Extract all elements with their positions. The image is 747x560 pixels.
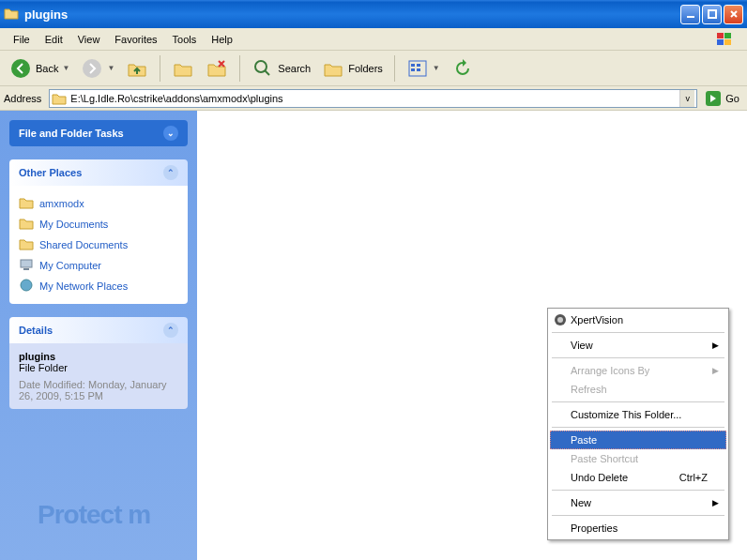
address-input[interactable]: E:\Lg.Idle.Ro\cstrike\addons\amxmodx\plu…	[49, 89, 697, 108]
file-area[interactable]: XpertVision View▶ Arrange Icons By▶ Refr…	[197, 111, 747, 560]
toolbar: Back ▼ ▼ Search Folders ▼	[0, 51, 747, 86]
separator	[552, 427, 724, 428]
panel-other-header[interactable]: Other Places ⌃	[9, 159, 188, 186]
ctx-customize[interactable]: Customize This Folder...	[550, 405, 726, 424]
menu-favorites[interactable]: Favorites	[107, 31, 164, 48]
content-area: File and Folder Tasks ⌄ Other Places ⌃ a…	[0, 111, 747, 560]
details-modified: Date Modified: Monday, January 26, 2009,…	[19, 379, 178, 401]
computer-icon	[19, 258, 34, 273]
separator	[160, 55, 160, 82]
separator	[552, 490, 724, 491]
menu-view[interactable]: View	[70, 31, 108, 48]
submenu-arrow-icon: ▶	[712, 498, 719, 507]
folder-icon	[19, 196, 34, 211]
ctx-view[interactable]: View▶	[550, 336, 726, 355]
context-menu: XpertVision View▶ Arrange Icons By▶ Refr…	[547, 308, 729, 540]
svg-rect-11	[411, 68, 415, 71]
chevron-up-icon: ⌃	[163, 323, 178, 338]
folder-delete-button[interactable]	[202, 55, 232, 82]
sidebar: File and Folder Tasks ⌄ Other Places ⌃ a…	[0, 111, 197, 560]
folders-button[interactable]: Folders	[318, 55, 387, 82]
ctx-arrange[interactable]: Arrange Icons By▶	[550, 361, 726, 380]
maximize-button[interactable]	[702, 5, 722, 24]
panel-other-places: Other Places ⌃ amxmodx My Documents Shar…	[9, 159, 188, 304]
svg-point-6	[11, 59, 30, 78]
go-button[interactable]: Go	[701, 88, 743, 109]
folder-icon	[4, 7, 19, 22]
svg-rect-4	[717, 39, 724, 45]
windows-logo-icon	[708, 28, 741, 51]
ctx-paste-shortcut[interactable]: Paste Shortcut	[550, 449, 726, 468]
svg-rect-2	[717, 33, 724, 38]
chevron-down-icon: ▼	[107, 64, 114, 72]
ctx-xpertvision[interactable]: XpertVision	[550, 310, 726, 329]
chevron-down-icon[interactable]: v	[679, 90, 694, 107]
panel-tasks-header[interactable]: File and Folder Tasks ⌄	[9, 120, 188, 146]
menu-file[interactable]: File	[6, 31, 38, 48]
menu-edit[interactable]: Edit	[38, 31, 70, 48]
other-place-network[interactable]: My Network Places	[19, 276, 178, 296]
folders-label: Folders	[348, 63, 383, 74]
other-place-amxmodx[interactable]: amxmodx	[19, 193, 178, 214]
go-icon	[705, 90, 722, 107]
forward-icon	[81, 57, 103, 80]
xpertvision-icon	[554, 313, 567, 326]
search-icon	[252, 57, 274, 80]
window-title: plugins	[24, 8, 678, 22]
chevron-down-icon: ⌄	[163, 126, 178, 141]
back-icon	[9, 57, 32, 80]
separator	[552, 357, 724, 358]
separator	[239, 55, 240, 82]
chevron-up-icon: ⌃	[163, 165, 178, 180]
svg-rect-0	[687, 16, 694, 18]
svg-rect-10	[411, 64, 415, 67]
svg-point-19	[557, 317, 563, 323]
svg-point-7	[83, 59, 101, 78]
ctx-refresh[interactable]: Refresh	[550, 380, 726, 399]
menu-tools[interactable]: Tools	[165, 31, 205, 48]
panel-details: Details ⌃ plugins File Folder Date Modif…	[9, 317, 188, 409]
folder-new-button[interactable]	[168, 55, 198, 82]
folder-star-icon	[172, 57, 194, 80]
svg-rect-16	[23, 268, 29, 270]
svg-rect-3	[724, 33, 731, 38]
panel-details-title: Details	[19, 325, 53, 336]
folders-icon	[322, 57, 344, 80]
close-button[interactable]	[724, 5, 743, 24]
forward-button[interactable]: ▼	[77, 55, 118, 82]
ctx-paste[interactable]: Paste	[550, 431, 726, 449]
ctx-properties[interactable]: Properties	[550, 519, 726, 537]
search-button[interactable]: Search	[248, 55, 314, 82]
refresh-icon	[451, 57, 474, 80]
folder-icon	[52, 92, 67, 105]
refresh-toolbar-button[interactable]	[448, 55, 478, 82]
documents-icon	[19, 217, 34, 232]
go-label: Go	[725, 93, 739, 104]
chevron-down-icon: ▼	[433, 64, 440, 72]
back-button[interactable]: Back ▼	[6, 55, 73, 82]
submenu-arrow-icon: ▶	[712, 341, 719, 350]
up-folder-icon	[126, 57, 148, 80]
other-place-computer[interactable]: My Computer	[19, 255, 178, 276]
menu-bar: File Edit View Favorites Tools Help	[0, 28, 747, 51]
separator	[394, 55, 395, 82]
other-place-shared[interactable]: Shared Documents	[19, 235, 178, 255]
chevron-down-icon: ▼	[62, 64, 69, 72]
other-place-documents[interactable]: My Documents	[19, 214, 178, 235]
address-path: E:\Lg.Idle.Ro\cstrike\addons\amxmodx\plu…	[70, 93, 676, 104]
svg-rect-15	[21, 260, 32, 267]
network-icon	[19, 279, 34, 294]
svg-rect-13	[417, 68, 420, 71]
panel-details-header[interactable]: Details ⌃	[9, 317, 188, 343]
separator	[552, 332, 724, 333]
menu-help[interactable]: Help	[204, 31, 240, 48]
title-bar: plugins	[0, 0, 747, 28]
details-type: File Folder	[19, 362, 178, 373]
panel-other-body: amxmodx My Documents Shared Documents My…	[9, 186, 188, 304]
views-button[interactable]: ▼	[403, 55, 444, 82]
details-name: plugins	[19, 351, 178, 362]
ctx-undo[interactable]: Undo DeleteCtrl+Z	[550, 468, 726, 487]
minimize-button[interactable]	[680, 5, 700, 24]
up-button[interactable]	[122, 55, 152, 82]
ctx-new[interactable]: New▶	[550, 493, 726, 512]
